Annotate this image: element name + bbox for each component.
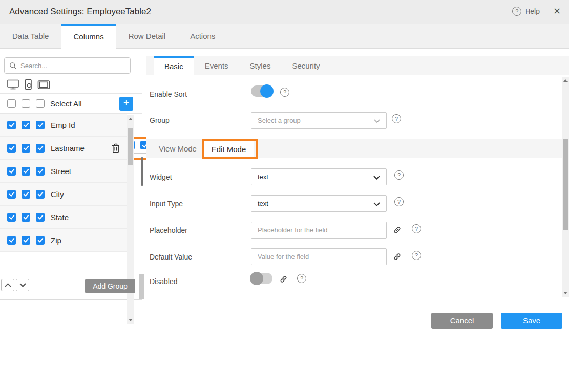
cancel-button[interactable]: Cancel bbox=[431, 313, 493, 329]
search-input[interactable] bbox=[20, 62, 125, 70]
page-title: Advanced Settings: EmployeeTable2 bbox=[9, 7, 151, 17]
tab-edit-mode[interactable]: Edit Mode bbox=[204, 139, 254, 159]
middle-scrollbar-thumb[interactable] bbox=[141, 157, 143, 186]
enable-sort-label: Enable Sort bbox=[150, 90, 187, 98]
tablet-checkbox[interactable] bbox=[36, 236, 45, 245]
chevron-down-icon bbox=[373, 202, 380, 206]
column-row-street[interactable]: Street bbox=[0, 160, 127, 183]
select-all-row: Select All + bbox=[0, 94, 142, 114]
save-button[interactable]: Save bbox=[501, 313, 562, 329]
chevron-down-icon bbox=[373, 176, 380, 180]
tab-data-table[interactable]: Data Table bbox=[0, 24, 61, 48]
group-select-placeholder: Select a group bbox=[258, 117, 301, 124]
select-all-mobile-checkbox[interactable] bbox=[22, 99, 30, 108]
help-icon[interactable]: ? bbox=[297, 274, 306, 283]
mobile-checkbox[interactable] bbox=[22, 236, 30, 245]
tablet-icon[interactable] bbox=[37, 80, 50, 90]
tab-events[interactable]: Events bbox=[194, 56, 239, 75]
move-column-down-button[interactable] bbox=[16, 279, 29, 291]
mobile-icon[interactable] bbox=[24, 79, 33, 90]
select-all-tablet-checkbox[interactable] bbox=[36, 99, 45, 108]
middle-scrollbar-segment[interactable] bbox=[139, 274, 144, 299]
column-label: City bbox=[51, 190, 64, 199]
bind-link-icon[interactable] bbox=[393, 252, 402, 261]
column-row-state[interactable]: State bbox=[0, 206, 127, 229]
bind-link-icon[interactable] bbox=[393, 226, 402, 234]
search-box bbox=[4, 57, 131, 74]
placeholder-input[interactable] bbox=[258, 226, 380, 234]
input-type-select[interactable]: text bbox=[251, 195, 387, 212]
scroll-down-icon[interactable] bbox=[563, 292, 568, 294]
scroll-down-icon[interactable] bbox=[129, 319, 133, 321]
mobile-checkbox[interactable] bbox=[22, 190, 30, 199]
desktop-icon[interactable] bbox=[7, 79, 19, 90]
help-icon[interactable]: ? bbox=[392, 114, 401, 123]
column-label: Lastname bbox=[51, 144, 85, 153]
widget-select[interactable]: text bbox=[251, 168, 387, 185]
tablet-checkbox[interactable] bbox=[36, 213, 45, 222]
tab-view-mode[interactable]: View Mode bbox=[159, 139, 197, 158]
delete-column-icon[interactable] bbox=[112, 143, 120, 153]
tab-styles[interactable]: Styles bbox=[239, 56, 282, 75]
scrollbar-thumb[interactable] bbox=[128, 128, 133, 165]
dialog-header: Advanced Settings: EmployeeTable2 ? Help… bbox=[0, 0, 569, 24]
mobile-checkbox[interactable] bbox=[22, 167, 30, 176]
desktop-checkbox[interactable] bbox=[7, 167, 16, 176]
default-value-input[interactable] bbox=[258, 253, 380, 261]
column-row-lastname[interactable]: Lastname bbox=[0, 137, 127, 160]
columns-sidebar: Select All + Emp Id Firstname Last bbox=[0, 49, 142, 300]
column-settings-panel: Basic Events Styles Security Enable Sort… bbox=[146, 49, 569, 296]
tab-basic[interactable]: Basic bbox=[154, 56, 194, 76]
column-row-city[interactable]: City bbox=[0, 183, 127, 206]
column-row-zip[interactable]: Zip bbox=[0, 229, 127, 252]
main-tabbar: Data Table Columns Row Detail Actions bbox=[0, 24, 569, 49]
add-column-button[interactable]: + bbox=[119, 97, 133, 111]
help-icon[interactable]: ? bbox=[394, 170, 404, 180]
tablet-checkbox[interactable] bbox=[36, 121, 45, 129]
panel-scrollbar[interactable] bbox=[562, 77, 569, 297]
desktop-checkbox[interactable] bbox=[7, 121, 16, 129]
desktop-checkbox[interactable] bbox=[7, 213, 16, 222]
tablet-checkbox[interactable] bbox=[36, 167, 45, 176]
tab-row-detail[interactable]: Row Detail bbox=[116, 24, 178, 48]
select-all-desktop-checkbox[interactable] bbox=[7, 99, 16, 108]
input-type-label: Input Type bbox=[150, 200, 183, 208]
help-icon[interactable]: ? bbox=[280, 88, 289, 97]
column-row-emp-id[interactable]: Emp Id bbox=[0, 114, 127, 137]
advanced-settings-dialog: Advanced Settings: EmployeeTable2 ? Help… bbox=[0, 0, 569, 367]
help-icon[interactable]: ? bbox=[394, 197, 404, 206]
widget-label: Widget bbox=[150, 173, 172, 181]
disabled-toggle[interactable] bbox=[251, 273, 272, 284]
bind-link-icon[interactable] bbox=[279, 275, 288, 284]
help-icon[interactable]: ? bbox=[412, 224, 421, 233]
enable-sort-toggle[interactable] bbox=[251, 85, 272, 97]
tab-security[interactable]: Security bbox=[281, 56, 330, 75]
tab-actions[interactable]: Actions bbox=[178, 24, 227, 48]
placeholder-field-wrap bbox=[251, 222, 387, 239]
chevron-down-icon bbox=[19, 283, 26, 287]
help-button[interactable]: ? Help bbox=[512, 7, 540, 16]
desktop-checkbox[interactable] bbox=[7, 236, 16, 245]
column-label: Emp Id bbox=[51, 121, 75, 129]
move-column-up-button[interactable] bbox=[1, 279, 14, 291]
add-group-button[interactable]: Add Group bbox=[85, 279, 135, 293]
scrollbar-thumb[interactable] bbox=[563, 139, 568, 230]
scroll-up-icon[interactable] bbox=[563, 79, 568, 82]
mobile-checkbox[interactable] bbox=[22, 121, 30, 129]
toggle-knob bbox=[250, 272, 263, 285]
help-icon[interactable]: ? bbox=[412, 251, 421, 260]
scroll-up-icon[interactable] bbox=[129, 118, 133, 120]
tab-columns[interactable]: Columns bbox=[61, 24, 116, 49]
input-type-select-value: text bbox=[258, 200, 268, 207]
default-value-field-wrap bbox=[251, 248, 387, 265]
desktop-checkbox[interactable] bbox=[7, 190, 16, 199]
placeholder-label: Placeholder bbox=[150, 226, 187, 234]
desktop-checkbox[interactable] bbox=[7, 144, 16, 153]
column-label: Zip bbox=[51, 236, 61, 245]
tablet-checkbox[interactable] bbox=[36, 190, 45, 199]
close-icon[interactable]: ✕ bbox=[553, 6, 561, 17]
tablet-checkbox[interactable] bbox=[36, 144, 45, 153]
mobile-checkbox[interactable] bbox=[22, 213, 30, 222]
mobile-checkbox[interactable] bbox=[22, 144, 30, 153]
group-select[interactable]: Select a group bbox=[251, 112, 387, 129]
